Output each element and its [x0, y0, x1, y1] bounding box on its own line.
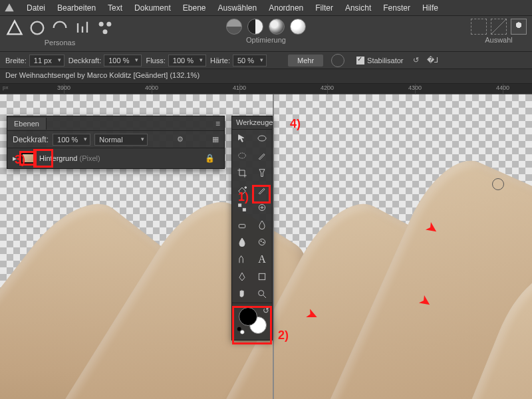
- selection-rect-icon[interactable]: [471, 19, 487, 35]
- menu-bearbeiten[interactable]: Bearbeiten: [57, 3, 96, 13]
- annotation-3: 3): [15, 153, 25, 167]
- brush-settings-icon[interactable]: [331, 54, 344, 67]
- layers-tab[interactable]: Ebenen: [7, 118, 47, 130]
- develop-persona-icon[interactable]: [51, 19, 69, 37]
- hand-tool-icon[interactable]: [232, 285, 252, 303]
- menu-text[interactable]: Text: [108, 3, 122, 13]
- sponge-brush-icon[interactable]: [252, 233, 272, 251]
- tone-persona-icon[interactable]: [73, 19, 92, 37]
- svg-marker-0: [5, 3, 13, 11]
- color-swatch[interactable]: ↺: [232, 303, 272, 340]
- zoom-tool-icon[interactable]: [252, 285, 272, 303]
- annotation-4: 4): [290, 117, 301, 131]
- swap-colors-icon[interactable]: ↺: [263, 306, 269, 315]
- fluss-label: Fluss:: [146, 57, 165, 65]
- annotation-2: 2): [278, 329, 289, 342]
- menu-bar: Datei Bearbeiten Text Dokument Ebene Aus…: [0, 0, 532, 16]
- svg-point-6: [258, 136, 266, 141]
- gear-icon[interactable]: ⚙: [177, 135, 184, 144]
- lock-icon[interactable]: 🔒: [205, 154, 215, 163]
- ruler-tick: 4100: [233, 84, 246, 91]
- clone-brush-icon[interactable]: [232, 251, 252, 268]
- svg-point-2: [31, 22, 44, 35]
- haerte-dropdown[interactable]: 50 %: [233, 55, 267, 66]
- paint-brush-icon[interactable]: [252, 147, 272, 164]
- tools-panel-title: Werkzeuge: [232, 116, 272, 130]
- menu-ansicht[interactable]: Ansicht: [345, 3, 371, 13]
- svg-point-4: [106, 22, 111, 27]
- move-tool-icon[interactable]: [232, 130, 252, 147]
- selection-diag-icon[interactable]: [491, 19, 507, 35]
- svg-point-8: [245, 187, 247, 189]
- flood-select-icon[interactable]: [252, 164, 272, 182]
- svg-point-18: [237, 327, 241, 331]
- menu-auswaehlen[interactable]: Auswählen: [217, 3, 257, 13]
- export-persona-icon[interactable]: [96, 19, 114, 37]
- crop-tool-icon[interactable]: [232, 164, 252, 182]
- haerte-label: Härte:: [210, 57, 230, 65]
- shape-tool-icon[interactable]: [252, 268, 272, 285]
- freehand-select-icon[interactable]: [232, 147, 252, 164]
- horizontal-ruler: px 3900 4000 4100 4200 4300 4400: [0, 84, 532, 94]
- menu-ebene[interactable]: Ebene: [183, 3, 206, 13]
- layers-panel[interactable]: Ebenen ≡ Deckkraft: 100 % Normal ⚙ ▦ ▸ H…: [7, 116, 225, 169]
- blend-mode-dropdown[interactable]: Normal: [94, 134, 148, 146]
- stabilisator-checkbox[interactable]: [356, 57, 364, 65]
- menu-anordnen[interactable]: Anordnen: [269, 3, 303, 13]
- menu-datei[interactable]: Datei: [27, 3, 45, 13]
- view-divider: [273, 94, 274, 399]
- photo-persona-icon[interactable]: [5, 19, 24, 37]
- layer-row[interactable]: ▸ Hintergrund (Pixel) 🔒: [7, 148, 224, 168]
- liquify-persona-icon[interactable]: [28, 19, 47, 37]
- menu-dokument[interactable]: Dokument: [134, 3, 171, 13]
- panel-settings-icon[interactable]: ▦: [212, 135, 219, 144]
- svg-point-5: [103, 29, 108, 34]
- brush-cursor-icon: [492, 178, 504, 190]
- erase-tool-icon[interactable]: [232, 216, 252, 233]
- bw-icon[interactable]: [269, 19, 285, 35]
- svg-point-19: [240, 330, 244, 334]
- foreground-color-swatch[interactable]: [239, 307, 257, 326]
- dodge-brush-icon[interactable]: [232, 233, 252, 251]
- mehr-button[interactable]: Mehr: [288, 55, 323, 66]
- breite-label: Breite:: [5, 57, 27, 65]
- breite-dropdown[interactable]: 11 px: [29, 55, 65, 66]
- svg-rect-12: [239, 224, 245, 227]
- selection-person-icon[interactable]: [511, 19, 527, 35]
- svg-point-7: [239, 153, 246, 158]
- svg-point-17: [259, 291, 264, 296]
- deckkraft-label: Deckkraft:: [68, 57, 102, 65]
- deckkraft-dropdown[interactable]: 100 %: [104, 55, 142, 66]
- text-tool-icon[interactable]: A: [252, 251, 272, 268]
- ruler-tick: 3900: [57, 84, 70, 91]
- tools-panel[interactable]: Werkzeuge A ↺: [231, 116, 273, 340]
- svg-point-15: [263, 242, 263, 243]
- menu-fenster[interactable]: Fenster: [383, 3, 410, 13]
- reset-colors-icon[interactable]: [236, 326, 245, 335]
- document-title: Der Weihnachtsengel by Marco Kolditz [Ge…: [0, 69, 532, 84]
- curves-icon[interactable]: [247, 19, 263, 35]
- window-mode-icon[interactable]: �⅃: [427, 56, 438, 65]
- context-toolbar: Breite: 11 px Deckkraft: 100 % Fluss: 10…: [0, 52, 532, 69]
- levels-icon[interactable]: [226, 19, 242, 35]
- svg-rect-16: [259, 273, 265, 279]
- menu-filter[interactable]: Filter: [315, 3, 333, 13]
- erase-brush-icon[interactable]: [252, 182, 272, 199]
- fluss-dropdown[interactable]: 100 %: [168, 55, 206, 66]
- ruler-tick: 4300: [408, 84, 422, 91]
- ruler-tick: 4400: [496, 84, 509, 91]
- menu-hilfe[interactable]: Hilfe: [422, 3, 438, 13]
- blur-brush-icon[interactable]: [252, 216, 272, 233]
- layer-name-label: Hintergrund (Pixel): [39, 154, 100, 162]
- ruler-tick: 4200: [321, 84, 334, 91]
- layer-opacity-dropdown[interactable]: 100 %: [53, 134, 90, 146]
- panel-menu-icon[interactable]: ≡: [211, 117, 224, 130]
- view-tool-icon[interactable]: [252, 130, 272, 147]
- rope-mode-icon[interactable]: ↺: [413, 56, 419, 65]
- personas-label: Personas: [45, 39, 75, 47]
- persona-toolbar: Personas Optimierung Auswahl: [0, 16, 532, 52]
- optimierung-label: Optimierung: [246, 36, 286, 44]
- inpaint-brush-icon[interactable]: [252, 199, 272, 216]
- pen-tool-icon[interactable]: [232, 268, 252, 285]
- white-balance-icon[interactable]: [290, 19, 306, 35]
